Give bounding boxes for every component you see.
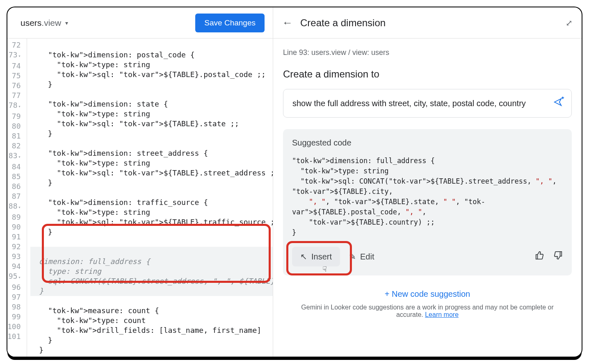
prompt-input-box[interactable]: show the full address with street, city,… <box>283 89 572 118</box>
app-frame: users.view ▾ Save Changes 72737475767778… <box>7 7 582 357</box>
assistant-header: ← Create a dimension ⤢ <box>273 7 582 39</box>
pencil-icon: ✎ <box>349 252 356 262</box>
new-code-suggestion-link[interactable]: + New code suggestion <box>283 289 572 299</box>
chevron-down-icon[interactable]: ▾ <box>65 20 68 26</box>
save-button[interactable]: Save Changes <box>195 14 265 32</box>
editor-pane: users.view ▾ Save Changes 72737475767778… <box>7 7 273 357</box>
edit-button[interactable]: ✎ Edit <box>349 252 374 262</box>
file-name-bold: users <box>21 18 41 27</box>
assistant-pane: ← Create a dimension ⤢ Line 93: users.vi… <box>273 7 582 357</box>
context-line: Line 93: users.view / view: users <box>283 48 572 57</box>
insert-button[interactable]: ↖ Insert <box>292 247 340 266</box>
edit-label: Edit <box>360 252 374 262</box>
cursor-pointer-icon: ☟ <box>322 265 327 274</box>
send-icon[interactable]: ✦ <box>553 98 562 109</box>
suggested-code-actions: ↖ Insert ✎ Edit <box>292 247 563 266</box>
insert-label: Insert <box>311 252 332 262</box>
insert-arrow-icon: ↖ <box>300 252 307 262</box>
sparkle-icon: ✦ <box>561 95 565 101</box>
file-title[interactable]: users.view ▾ <box>21 18 68 28</box>
suggested-code-block[interactable]: "tok-kw">dimension: full_address { "tok-… <box>292 156 563 238</box>
thumbs-up-icon[interactable] <box>535 251 544 262</box>
editor-header: users.view ▾ Save Changes <box>7 7 273 39</box>
suggested-code-title: Suggested code <box>292 138 563 148</box>
suggested-code-card: Suggested code "tok-kw">dimension: full_… <box>283 129 572 275</box>
disclaimer-text: Gemini in Looker code suggestions are a … <box>283 304 572 318</box>
feedback-thumbs <box>535 251 563 262</box>
assistant-body: Line 93: users.view / view: users Create… <box>273 39 582 357</box>
collapse-icon[interactable]: ⤢ <box>566 18 573 28</box>
file-name-ext: .view <box>41 18 61 27</box>
assistant-title: Create a dimension <box>300 17 386 29</box>
section-title: Create a dimension to <box>283 68 572 80</box>
code-editor[interactable]: 7273747576777879808182838485868788899091… <box>7 39 273 357</box>
thumbs-down-icon[interactable] <box>554 251 563 262</box>
prompt-text[interactable]: show the full address with street, city,… <box>292 99 548 108</box>
learn-more-link[interactable]: Learn more <box>425 311 459 318</box>
back-arrow-icon[interactable]: ← <box>282 16 293 29</box>
